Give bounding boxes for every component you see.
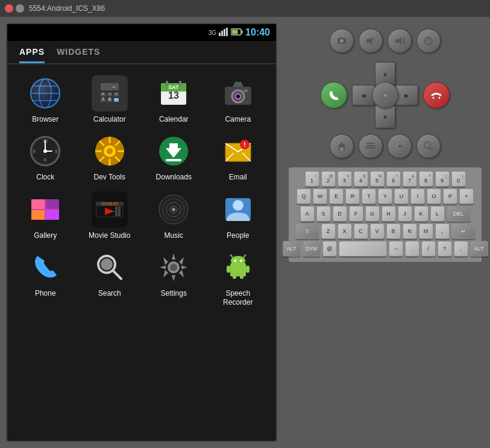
app-moviestudio[interactable]: 03:06:20 Movie Studio (78, 187, 142, 244)
kb-key-shift[interactable]: ⇧ (295, 223, 319, 239)
app-phone[interactable]: Phone (13, 244, 78, 311)
kb-key-y[interactable]: Y (378, 188, 392, 204)
dpad-center[interactable] (372, 82, 398, 108)
kb-key-2[interactable]: @2 (321, 171, 336, 187)
kb-key-4[interactable]: $4 (354, 171, 368, 187)
kb-key-3[interactable]: #3 (338, 171, 352, 187)
kb-key-b[interactable]: B (386, 223, 401, 239)
kb-key-enter[interactable]: ↵ (451, 223, 476, 239)
kb-key-8[interactable]: *8 (419, 171, 433, 187)
dpad-right[interactable]: ▶ (395, 85, 418, 105)
search-ctrl-btn[interactable] (416, 134, 441, 158)
dpad-row: ▲ ◀ ▶ ▼ (321, 62, 450, 128)
volume-up-btn[interactable] (388, 29, 412, 53)
signal-bars (219, 28, 228, 37)
kb-key-del[interactable]: DEL (447, 206, 471, 222)
app-email[interactable]: ! Email (206, 128, 271, 186)
kb-key-w[interactable]: W (313, 188, 327, 204)
kb-key-f[interactable]: F (349, 206, 363, 222)
kb-key-t[interactable]: T (362, 188, 376, 204)
kb-key-9[interactable]: (9 (435, 171, 450, 187)
window-title: 5554:Android_ICS_X86 (29, 4, 105, 13)
close-button[interactable] (5, 4, 13, 13)
right-panel: ▲ ◀ ▶ ▼ (280, 17, 490, 448)
kb-key-k[interactable]: K (414, 206, 429, 222)
call-red-btn[interactable] (423, 82, 450, 108)
app-gallery[interactable]: Gallery (13, 187, 78, 244)
kb-key-p[interactable]: P (443, 188, 457, 204)
calculator-icon: − + − ÷ 7 8 = (92, 75, 128, 111)
svg-line-103 (243, 255, 246, 257)
kb-key-q[interactable]: Q (297, 188, 311, 204)
app-devtools[interactable]: Dev Tools (78, 128, 142, 186)
app-clock[interactable]: 6 12 9 3 Clock (13, 128, 78, 186)
home-btn[interactable] (330, 134, 354, 158)
back-btn[interactable] (388, 134, 412, 158)
kb-key-alt-right[interactable]: ALT (470, 241, 488, 257)
kb-key-1[interactable]: !1 (305, 171, 319, 187)
kb-key-n[interactable]: N (403, 223, 417, 239)
kb-key-0[interactable]: )0 (451, 171, 466, 187)
kb-key-alt-left[interactable]: ALT (283, 241, 301, 257)
kb-key-g[interactable]: G (365, 206, 380, 222)
app-grid: Browser − + − (7, 64, 276, 441)
kb-key-period[interactable]: . (405, 241, 419, 257)
kb-key-slash[interactable]: / (421, 241, 436, 257)
kb-key-m[interactable]: M (419, 223, 433, 239)
dpad-down[interactable]: ▼ (375, 105, 395, 128)
kb-key-v[interactable]: V (370, 223, 385, 239)
app-downloads[interactable]: Downloads (142, 128, 206, 186)
app-camera[interactable]: Camera (206, 70, 271, 128)
kb-key-u[interactable]: U (394, 188, 409, 204)
tab-widgets[interactable]: WIDGETS (57, 47, 100, 63)
kb-key-comma2[interactable]: , (454, 241, 468, 257)
kb-key-j[interactable]: J (398, 206, 412, 222)
kb-key-h[interactable]: H (382, 206, 396, 222)
phone-emulator: 3G 10:40 (6, 23, 277, 442)
kb-key-a[interactable]: A (300, 206, 315, 222)
kb-key-c[interactable]: C (354, 223, 368, 239)
power-btn[interactable] (416, 29, 441, 53)
app-calculator[interactable]: − + − ÷ 7 8 = Calculat (78, 70, 142, 128)
music-label: Music (165, 231, 183, 240)
tab-apps[interactable]: APPS (19, 47, 45, 63)
kb-key-comma[interactable]: , (435, 223, 450, 239)
kb-key-5[interactable]: %5 (370, 171, 385, 187)
moviestudio-label: Movie Studio (89, 231, 130, 240)
svg-rect-1 (221, 31, 223, 36)
kb-key-x[interactable]: X (338, 223, 352, 239)
kb-key-e[interactable]: E (329, 188, 344, 204)
kb-key-plus[interactable]: + (459, 188, 474, 204)
call-green-btn[interactable] (321, 82, 347, 108)
kb-key-l[interactable]: L (430, 206, 445, 222)
camera-ctrl-btn[interactable] (330, 29, 354, 53)
music-icon (155, 191, 192, 228)
kb-key-sym[interactable]: SYM (303, 241, 321, 257)
kb-key-at[interactable]: @ (322, 241, 337, 257)
kb-key-space[interactable] (339, 241, 387, 257)
app-settings[interactable]: Settings (142, 244, 206, 311)
app-speechrecorder[interactable]: Speech Recorder (206, 244, 271, 311)
svg-point-88 (233, 201, 243, 210)
kb-key-r[interactable]: R (345, 188, 360, 204)
minimize-button[interactable] (16, 4, 24, 13)
volume-down-btn[interactable] (359, 29, 383, 53)
kb-key-6[interactable]: ^6 (386, 171, 401, 187)
kb-key-s[interactable]: S (316, 206, 331, 222)
app-people[interactable]: People (206, 187, 271, 244)
app-browser[interactable]: Browser (13, 70, 78, 128)
app-search[interactable]: Search (78, 244, 142, 311)
kb-key-o[interactable]: O (427, 188, 441, 204)
svg-rect-39 (243, 89, 248, 92)
svg-point-101 (240, 260, 242, 262)
kb-key-7[interactable]: &7 (403, 171, 417, 187)
menu-btn[interactable]: MENU (359, 134, 383, 158)
kb-key-d[interactable]: D (333, 206, 347, 222)
kb-key-question[interactable]: ? (438, 241, 452, 257)
kb-key-arrow-right[interactable]: → (389, 241, 403, 257)
kb-key-z[interactable]: Z (321, 223, 336, 239)
app-calendar[interactable]: SAT 13 Calendar (142, 70, 206, 128)
browser-icon (27, 75, 63, 111)
kb-key-i[interactable]: I (410, 188, 425, 204)
app-music[interactable]: Music (142, 187, 206, 244)
